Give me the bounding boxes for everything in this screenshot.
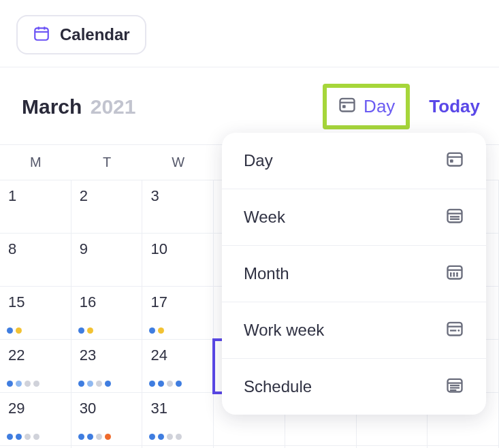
event-dot bbox=[87, 381, 93, 387]
calendar-day-cell[interactable]: 22 bbox=[0, 340, 71, 393]
month-name: March bbox=[22, 95, 82, 118]
day-number: 10 bbox=[150, 240, 213, 258]
day-number: 17 bbox=[150, 293, 213, 311]
svg-point-21 bbox=[450, 272, 451, 274]
day-number: 29 bbox=[8, 400, 71, 417]
week-icon bbox=[445, 206, 464, 229]
event-dot bbox=[105, 381, 111, 387]
event-dot bbox=[87, 434, 93, 440]
event-dots bbox=[149, 327, 164, 334]
calendar-day-cell[interactable]: 17 bbox=[142, 287, 214, 340]
day-number: 9 bbox=[80, 240, 142, 258]
view-menu-item-label: Schedule bbox=[244, 377, 312, 396]
calendar-day-cell[interactable]: 9 bbox=[71, 234, 143, 287]
event-dots bbox=[78, 327, 93, 334]
day-icon bbox=[445, 149, 464, 172]
view-selector-button[interactable]: Day bbox=[323, 84, 410, 129]
svg-rect-9 bbox=[450, 159, 453, 163]
event-dot bbox=[176, 381, 182, 387]
view-menu: DayWeekMonthWork weekSchedule bbox=[222, 133, 486, 415]
event-dots bbox=[149, 434, 182, 440]
svg-rect-0 bbox=[35, 28, 48, 39]
event-dot bbox=[105, 434, 111, 440]
event-dot bbox=[7, 434, 13, 440]
event-dots bbox=[7, 434, 39, 440]
day-number: 8 bbox=[8, 240, 71, 258]
calendar-day-cell[interactable]: 10 bbox=[142, 234, 214, 287]
view-menu-item-week[interactable]: Week bbox=[222, 189, 486, 246]
calendar-icon bbox=[33, 25, 50, 45]
calendar-day-cell[interactable]: 2 bbox=[71, 180, 143, 234]
workweek-icon bbox=[445, 319, 464, 342]
day-number: 15 bbox=[8, 293, 71, 311]
event-dot bbox=[149, 381, 155, 387]
view-menu-item-day[interactable]: Day bbox=[222, 133, 486, 189]
day-number: 23 bbox=[80, 347, 142, 364]
calendar-day-icon bbox=[338, 95, 357, 118]
event-dot bbox=[7, 327, 13, 334]
svg-point-22 bbox=[453, 272, 455, 274]
weekday-label: M bbox=[0, 145, 71, 180]
calendar-dropdown-label: Calendar bbox=[60, 25, 130, 44]
event-dots bbox=[7, 327, 22, 334]
event-dot bbox=[176, 434, 182, 440]
calendar-day-cell[interactable]: 15 bbox=[0, 287, 71, 340]
event-dot bbox=[149, 327, 155, 334]
day-number: 30 bbox=[80, 400, 142, 417]
calendar-day-cell[interactable]: 16 bbox=[71, 287, 143, 340]
event-dot bbox=[158, 327, 164, 334]
event-dot bbox=[158, 434, 164, 440]
svg-rect-6 bbox=[342, 105, 346, 108]
calendar-day-cell[interactable]: 1 bbox=[0, 180, 71, 234]
view-menu-item-schedule[interactable]: Schedule bbox=[222, 359, 486, 415]
month-title: March 2021 bbox=[22, 95, 135, 118]
calendar-day-cell[interactable]: 3 bbox=[142, 180, 214, 234]
event-dot bbox=[78, 434, 84, 440]
weekday-label: W bbox=[142, 145, 214, 180]
calendar-day-cell[interactable]: 31 bbox=[142, 393, 214, 446]
view-menu-item-label: Work week bbox=[244, 321, 324, 340]
svg-rect-27 bbox=[448, 323, 462, 336]
day-number: 24 bbox=[150, 347, 213, 364]
calendar-day-cell[interactable]: 23 bbox=[71, 340, 143, 393]
day-number: 3 bbox=[150, 187, 213, 205]
event-dot bbox=[25, 381, 31, 387]
view-menu-item-label: Week bbox=[244, 208, 285, 227]
month-icon bbox=[445, 262, 464, 285]
event-dot bbox=[87, 327, 93, 334]
svg-point-30 bbox=[457, 330, 460, 332]
month-year: 2021 bbox=[91, 95, 136, 118]
event-dot bbox=[149, 434, 155, 440]
view-menu-item-month[interactable]: Month bbox=[222, 246, 486, 302]
event-dot bbox=[16, 327, 22, 334]
event-dot bbox=[33, 434, 39, 440]
today-button[interactable]: Today bbox=[429, 96, 480, 117]
svg-point-25 bbox=[453, 275, 455, 276]
view-menu-item-label: Month bbox=[244, 264, 289, 283]
event-dot bbox=[33, 381, 39, 387]
event-dot bbox=[96, 434, 102, 440]
calendar-day-cell[interactable]: 29 bbox=[0, 393, 71, 446]
view-menu-item-label: Day bbox=[244, 151, 273, 170]
event-dot bbox=[96, 381, 102, 387]
event-dot bbox=[78, 327, 84, 334]
calendar-dropdown-button[interactable]: Calendar bbox=[16, 15, 146, 54]
day-number: 22 bbox=[8, 347, 71, 364]
weekday-label: T bbox=[71, 145, 143, 180]
view-menu-item-workweek[interactable]: Work week bbox=[222, 302, 486, 359]
svg-point-23 bbox=[456, 272, 457, 274]
day-number: 2 bbox=[80, 187, 142, 205]
calendar-day-cell[interactable]: 24 bbox=[142, 340, 214, 393]
calendar-day-cell[interactable]: 8 bbox=[0, 234, 71, 287]
svg-point-26 bbox=[456, 275, 457, 276]
day-number: 16 bbox=[80, 293, 142, 311]
event-dots bbox=[78, 434, 111, 440]
event-dot bbox=[25, 434, 31, 440]
event-dots bbox=[149, 381, 182, 387]
calendar-day-cell[interactable]: 30 bbox=[71, 393, 143, 446]
event-dot bbox=[16, 434, 22, 440]
event-dot bbox=[78, 381, 84, 387]
event-dot bbox=[167, 381, 173, 387]
svg-point-24 bbox=[450, 275, 451, 276]
event-dots bbox=[78, 381, 111, 387]
